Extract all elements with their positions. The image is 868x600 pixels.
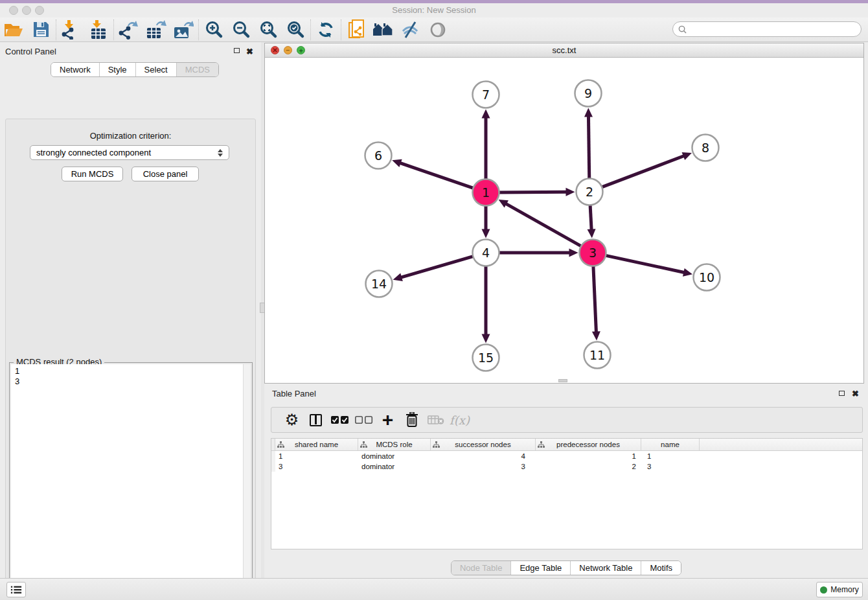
table-row[interactable]: 3dominator323 [271, 461, 862, 472]
network-node-6[interactable]: 6 [365, 143, 392, 169]
close-panel-icon[interactable]: ✖ [246, 47, 253, 56]
table-cell[interactable]: 1 [536, 451, 641, 461]
column-header-shared-name[interactable]: shared name [275, 439, 358, 450]
network-edge[interactable] [498, 192, 567, 192]
criterion-select[interactable]: strongly connected component [30, 145, 229, 160]
network-node-7[interactable]: 7 [473, 82, 499, 108]
row-filler [700, 461, 862, 472]
delete-table-button[interactable] [424, 409, 448, 431]
hide-graphics-details-button[interactable] [397, 19, 424, 41]
network-node-8[interactable]: 8 [692, 135, 719, 161]
node-table: shared name MCDS role successor nodes pr… [271, 438, 863, 549]
hierarchy-icon [277, 441, 284, 448]
table-cell[interactable]: 3 [431, 461, 536, 472]
network-edge[interactable] [505, 203, 582, 246]
network-frame-titlebar[interactable]: ✕ − ＋ scc.txt [265, 43, 863, 58]
tab-motifs[interactable]: Motifs [641, 561, 681, 575]
close-panel-button[interactable]: Close panel [131, 167, 199, 181]
deselect-all-button[interactable] [352, 409, 376, 431]
network-edge[interactable] [400, 256, 474, 277]
network-edge[interactable] [605, 255, 685, 273]
network-edge[interactable] [593, 265, 597, 332]
apply-layout-button[interactable] [370, 19, 397, 41]
memory-status-icon [820, 586, 827, 594]
table-settings-button[interactable]: ⚙ [280, 409, 304, 431]
open-session-button[interactable] [0, 19, 27, 41]
close-table-panel-icon[interactable]: ✖ [852, 389, 859, 398]
list-icon [10, 585, 22, 594]
table-cell[interactable]: 1 [641, 451, 700, 461]
network-node-9[interactable]: 9 [575, 80, 602, 107]
column-header-successor-nodes[interactable]: successor nodes [431, 439, 536, 450]
network-node-10[interactable]: 10 [694, 264, 720, 291]
frame-resize-gripper[interactable] [558, 379, 567, 382]
criterion-value: strongly connected component [36, 148, 151, 157]
window-title: Session: New Session [0, 5, 868, 15]
new-network-from-file-button[interactable] [343, 19, 370, 41]
zoom-selected-button[interactable] [282, 19, 309, 41]
tab-node-table[interactable]: Node Table [451, 561, 511, 575]
network-node-11[interactable]: 11 [584, 342, 611, 369]
tab-mcds[interactable]: MCDS [176, 63, 218, 76]
column-header-name[interactable]: name [641, 439, 700, 450]
table-header-row: shared name MCDS role successor nodes pr… [271, 439, 862, 451]
float-panel-icon[interactable] [234, 48, 240, 53]
network-canvas[interactable]: 7968124314101511 [265, 58, 863, 383]
table-cell[interactable]: 3 [641, 461, 700, 472]
memory-label: Memory [830, 585, 858, 594]
edge-arrowhead-icon [588, 229, 596, 238]
network-node-4[interactable]: 4 [473, 240, 499, 266]
search-input[interactable] [690, 25, 861, 34]
tab-style[interactable]: Style [99, 63, 135, 76]
network-edge[interactable] [590, 204, 591, 230]
select-all-button[interactable] [328, 409, 352, 431]
table-cell[interactable]: dominator [358, 451, 431, 461]
memory-button[interactable]: Memory [816, 582, 863, 597]
refresh-button[interactable] [312, 19, 339, 41]
network-edge[interactable] [588, 115, 589, 179]
titlebar: Session: New Session [0, 3, 868, 17]
table-cell[interactable]: dominator [358, 461, 431, 472]
network-node-1[interactable]: 1 [473, 179, 499, 206]
show-details-eye-icon [429, 21, 447, 39]
tab-select[interactable]: Select [135, 63, 176, 76]
delete-column-button[interactable] [400, 409, 424, 431]
network-edge[interactable] [601, 156, 685, 187]
export-image-button[interactable] [170, 19, 197, 41]
table-cell[interactable]: 4 [431, 451, 536, 461]
network-edge[interactable] [400, 163, 474, 188]
float-table-panel-icon[interactable] [839, 391, 845, 396]
network-node-2[interactable]: 2 [577, 179, 603, 205]
mcds-result-text[interactable]: 1 3 [11, 364, 243, 600]
network-node-15[interactable]: 15 [473, 345, 499, 371]
task-history-button[interactable] [6, 582, 26, 597]
result-scrollbar[interactable] [243, 364, 251, 600]
save-session-button[interactable] [27, 19, 54, 41]
export-table-button[interactable] [143, 19, 170, 41]
table-cell[interactable]: 2 [536, 461, 641, 472]
zoom-fit-button[interactable] [255, 19, 282, 41]
network-node-14[interactable]: 14 [366, 271, 393, 297]
run-mcds-button[interactable]: Run MCDS [62, 167, 123, 181]
add-column-button[interactable]: + [376, 409, 400, 431]
column-header-predecessor-nodes[interactable]: predecessor nodes [536, 439, 641, 450]
table-cell[interactable]: 1 [275, 451, 358, 461]
search-field[interactable] [672, 21, 862, 37]
column-header-mcds-role[interactable]: MCDS role [358, 439, 431, 450]
table-row[interactable]: 1dominator411 [271, 451, 862, 461]
export-network-button[interactable] [115, 19, 143, 41]
tab-network[interactable]: Network [51, 63, 99, 76]
edge-arrowhead-icon [584, 108, 593, 117]
column-view-button[interactable] [304, 409, 328, 431]
tab-edge-table[interactable]: Edge Table [510, 561, 570, 575]
function-builder-button[interactable]: f(x) [448, 409, 472, 431]
show-graphics-details-button[interactable] [424, 19, 451, 41]
table-cell[interactable]: 3 [275, 461, 358, 472]
zoom-in-button[interactable] [200, 19, 227, 41]
zoom-out-button[interactable] [227, 19, 255, 41]
network-node-3[interactable]: 3 [580, 240, 606, 266]
import-network-button[interactable] [58, 19, 85, 41]
select-all-icon [331, 416, 349, 424]
import-table-button[interactable] [85, 19, 112, 41]
tab-network-table[interactable]: Network Table [570, 561, 641, 575]
